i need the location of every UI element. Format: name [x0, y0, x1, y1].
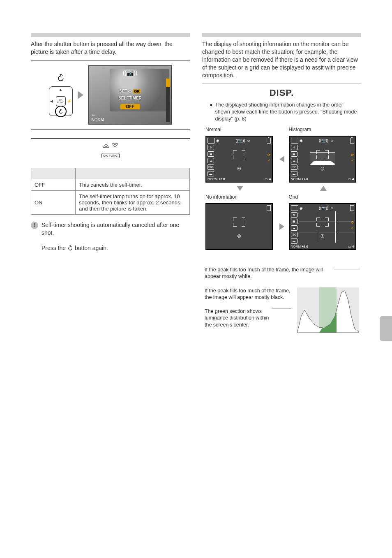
- battery-icon: [267, 205, 271, 211]
- left-column: After the shutter button is pressed all …: [31, 33, 190, 333]
- section-heading-bar: [31, 33, 190, 37]
- disp-intro: The display of shooting information on t…: [202, 40, 361, 79]
- option-on-label: ON: [31, 190, 76, 214]
- display-modes-grid: Normal Histogram ◉((📷))☺ ✲▣☁ISO▬ ◎ ⟳✓ NO…: [202, 127, 361, 250]
- hist-green-text: The green section shows luminance distri…: [205, 308, 271, 328]
- option-off-desc: This cancels the self-timer.: [76, 179, 190, 190]
- label-noinfo: No information: [205, 194, 275, 200]
- dpad-right-icon: ⚡: [67, 99, 71, 103]
- ok-func-button: OK FUNC: [56, 96, 66, 106]
- eye-icon: ◉: [216, 139, 219, 143]
- label-histogram: Histogram: [289, 127, 358, 132]
- frame-count: 4: [269, 177, 271, 181]
- selftimer-icon: [49, 74, 73, 84]
- cancel-instruction: Press the button again.: [31, 244, 190, 252]
- leader-line: [272, 308, 291, 312]
- exposure-value: +2.0: [219, 177, 225, 181]
- label-normal: Normal: [205, 127, 275, 132]
- selftimer-intro: After the shutter button is pressed all …: [31, 40, 190, 56]
- arrow-up-icon: [320, 186, 327, 191]
- page-side-tab: [380, 316, 392, 341]
- ok-func-box: OK FUNC: [101, 153, 120, 158]
- step1-figure: OK FUNC ◀ ⚡ ▲ ((📷)) SET ◇ OK SELFTIMER O…: [31, 60, 190, 130]
- dpad-illustration: OK FUNC ◀ ⚡ ▲: [49, 74, 73, 116]
- set-label: SET: [119, 89, 127, 93]
- display-noinfo: ◎: [205, 203, 273, 250]
- section-heading-bar: [202, 33, 361, 37]
- right-column: The display of shooting information on t…: [202, 33, 361, 333]
- leader-line: [334, 269, 359, 273]
- display-grid: ◉((📷))☺ ✲▣☁ISO▬ ◎ ⟳✓ NORM +2.0▭ 4: [289, 203, 356, 250]
- disp-heading: DISP.: [202, 88, 361, 98]
- note: ! Self-timer shooting is automatically c…: [31, 221, 190, 237]
- target-icon: ◎: [237, 166, 241, 171]
- off-pill: OFF: [120, 104, 140, 109]
- battery-icon: [267, 138, 271, 144]
- ok-badge: OK: [133, 89, 141, 93]
- bullet-dot-icon: ●: [210, 102, 213, 123]
- lcd-bottom-icons: ▭NORM: [92, 112, 104, 122]
- selftimer-options-table: OFF This cancels the self-timer. ON The …: [31, 168, 190, 215]
- vibration-icon: ((📷)): [123, 69, 138, 76]
- dpad-up-icon: ▲: [59, 88, 62, 92]
- histogram-explanation: If the peak fills too much of the frame,…: [202, 266, 361, 333]
- face-icon: ☺: [247, 139, 250, 143]
- selftimer-inline-icon: [67, 244, 73, 252]
- dpad-up-icon: [103, 143, 109, 150]
- stabilizer-icon: ((📷)): [235, 139, 245, 143]
- display-normal: ◉((📷))☺ ✲▣☁ISO▬ ◎ ⟳✓ NORM +2.0▭ 4: [205, 136, 273, 183]
- step2-figure: OK FUNC: [31, 138, 190, 162]
- note-text: Self-timer shooting is automatically can…: [42, 221, 190, 237]
- hist-white-text: If the peak fills too much of the frame,…: [205, 266, 332, 280]
- dpad-left-icon: ◀: [50, 99, 53, 103]
- disp-bullet-text: The displayed shooting information chang…: [215, 102, 357, 123]
- histogram-figure: [297, 287, 359, 333]
- display-histogram: ◉((📷))☺ ✲▣☁ISO▬ ◎ ⟳✓ NORM +2.0▭ 4: [289, 136, 356, 183]
- arrow-right-icon: [279, 223, 284, 230]
- disp-bullet: ● The displayed shooting information cha…: [202, 102, 361, 127]
- hist-black-text: If the peak fills too much of the frame,…: [205, 287, 291, 301]
- label-grid: Grid: [289, 194, 358, 200]
- caution-icon: !: [31, 222, 38, 229]
- norm-badge: NORM: [208, 177, 217, 181]
- dpad-down-selftimer-icon: [55, 106, 67, 117]
- arrow-left-icon: [279, 156, 284, 162]
- selftimer-text: SELFTIMER: [118, 96, 142, 100]
- option-on-desc: The self-timer lamp turns on for approx.…: [76, 190, 190, 214]
- lcd-preview: ((📷)) SET ◇ OK SELFTIMER OFF ▭NORM: [88, 65, 172, 125]
- arrow-down-icon: [237, 186, 243, 191]
- dpad-down-icon: [112, 143, 118, 150]
- arrow-right-icon: [78, 91, 83, 99]
- option-off-label: OFF: [31, 179, 76, 190]
- histogram-overlay: [310, 152, 335, 165]
